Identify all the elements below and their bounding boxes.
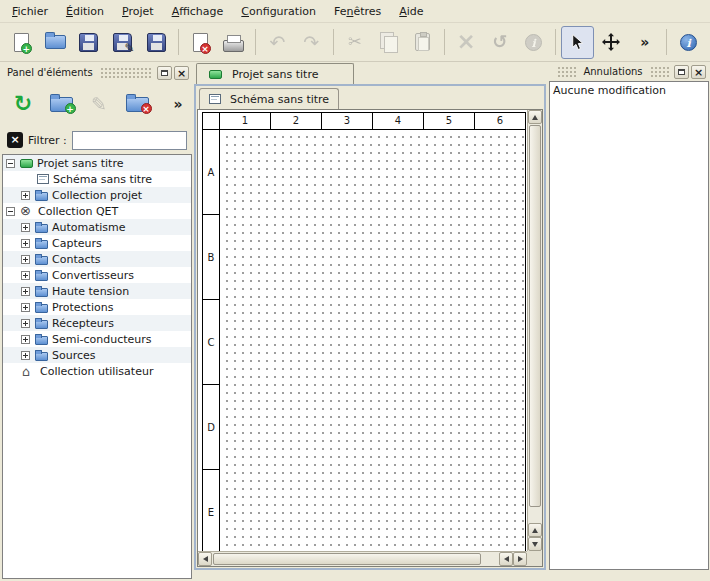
tree-item-convertisseurs[interactable]: Convertisseurs: [3, 267, 191, 283]
menu-configuration[interactable]: Configuration: [232, 2, 325, 21]
delete-element-button[interactable]: [120, 87, 154, 121]
scroll-up-button-bottom[interactable]: [528, 523, 542, 537]
filter-label: Filtrer :: [28, 134, 67, 147]
tab-schema-sans-titre[interactable]: Schéma sans titre: [199, 88, 339, 109]
expand-icon[interactable]: [21, 271, 30, 280]
diagram-canvas[interactable]: [220, 130, 525, 559]
tree-item-collection-utilisateur[interactable]: Collection utilisateur: [3, 363, 191, 379]
menu-fenetres[interactable]: Fenêtres: [325, 2, 390, 21]
tab-projet-sans-titre[interactable]: Projet sans titre: [196, 63, 354, 84]
dock-grip[interactable]: [100, 67, 152, 78]
rotate-icon: [492, 33, 507, 51]
elements-panel-title: Panel d'éléments: [5, 67, 95, 78]
menu-edition[interactable]: Édition: [57, 2, 113, 21]
tree-item-sources[interactable]: Sources: [3, 347, 191, 363]
undo-button[interactable]: [261, 26, 294, 59]
home-icon: [22, 365, 36, 378]
rotate-selection-button[interactable]: [484, 26, 517, 59]
horizontal-scrollbar[interactable]: [198, 551, 527, 566]
menu-projet[interactable]: Projet: [113, 2, 163, 21]
arrow-right-icon: [518, 556, 523, 562]
vertical-scrollbar[interactable]: [527, 110, 542, 551]
floppy-edit-icon: [113, 33, 132, 52]
new-element-button[interactable]: [44, 87, 78, 121]
scroll-right-button[interactable]: [513, 552, 527, 566]
about-qet-button[interactable]: i: [672, 26, 705, 59]
panel-overflow-button[interactable]: [168, 93, 188, 115]
selection-info-button[interactable]: i: [517, 26, 550, 59]
undo-panel-close-button[interactable]: [691, 65, 706, 79]
paste-button[interactable]: [406, 26, 439, 59]
copy-button[interactable]: [372, 26, 405, 59]
tree-item-collection-qet[interactable]: Collection QET: [3, 203, 191, 219]
toolbar-separator: [255, 29, 256, 55]
cut-button[interactable]: [339, 26, 372, 59]
redo-button[interactable]: [295, 26, 328, 59]
undo-panel-float-button[interactable]: [674, 65, 689, 79]
cut-icon: [348, 34, 361, 50]
expand-icon[interactable]: [21, 319, 30, 328]
menu-affichage[interactable]: Affichage: [163, 2, 233, 21]
column-header: 2: [271, 113, 322, 129]
clear-filter-icon: [7, 132, 23, 148]
reload-collections-button[interactable]: [6, 87, 40, 121]
row-header: B: [203, 215, 220, 300]
expand-icon[interactable]: [21, 335, 30, 344]
tree-item-schema-sans-titre[interactable]: Schéma sans titre: [3, 171, 191, 187]
collapse-icon[interactable]: [6, 207, 15, 216]
tree-item-label: Collection utilisateur: [40, 365, 153, 378]
new-project-button[interactable]: [5, 26, 38, 59]
elements-panel-close-button[interactable]: [174, 66, 189, 80]
tree-item-capteurs[interactable]: Capteurs: [3, 235, 191, 251]
save-all-button[interactable]: [140, 26, 173, 59]
tree-item-recepteurs[interactable]: Récepteurs: [3, 315, 191, 331]
clear-filter-button[interactable]: [7, 132, 23, 148]
diagram-body: ABCDE: [203, 130, 525, 559]
expand-icon[interactable]: [21, 239, 30, 248]
undo-panel: Annulations Aucune modification: [549, 62, 709, 570]
dock-grip[interactable]: [650, 66, 669, 77]
scroll-down-button[interactable]: [528, 537, 542, 551]
tree-item-collection-projet[interactable]: Collection projet: [3, 187, 191, 203]
expand-icon[interactable]: [21, 255, 30, 264]
scroll-up-button[interactable]: [528, 110, 542, 124]
folder-icon: [35, 304, 48, 313]
open-project-button[interactable]: [39, 26, 72, 59]
dock-grip[interactable]: [557, 66, 576, 77]
print-button[interactable]: [217, 26, 250, 59]
expand-icon[interactable]: [21, 351, 30, 360]
selection-mode-button[interactable]: [561, 26, 594, 59]
delete-selection-button[interactable]: [450, 26, 483, 59]
menu-fichier[interactable]: Fichier: [3, 2, 57, 21]
toolbar-overflow-button[interactable]: [628, 26, 661, 59]
edit-element-button[interactable]: [82, 87, 116, 121]
menu-aide[interactable]: Aide: [390, 2, 432, 21]
toolbar-separator: [666, 29, 667, 55]
pan-mode-button[interactable]: [595, 26, 628, 59]
info-blue-icon: i: [680, 34, 697, 51]
vertical-scroll-thumb[interactable]: [529, 125, 541, 507]
elements-panel-float-button[interactable]: [157, 66, 172, 80]
scroll-left-button-right[interactable]: [499, 552, 513, 566]
scroll-left-button[interactable]: [198, 552, 212, 566]
tree-item-projet-sans-titre[interactable]: Projet sans titre: [3, 155, 191, 171]
tree-item-semi-conducteurs[interactable]: Semi-conducteurs: [3, 331, 191, 347]
schema-tabbar: Schéma sans titre: [196, 86, 544, 109]
tree-item-automatisme[interactable]: Automatisme: [3, 219, 191, 235]
save-as-button[interactable]: [106, 26, 139, 59]
expand-icon[interactable]: [21, 287, 30, 296]
expand-icon[interactable]: [21, 191, 30, 200]
tree-item-haute-tension[interactable]: Haute tension: [3, 283, 191, 299]
qelectrotech-window: FichierÉditionProjetAffichageConfigurati…: [0, 0, 710, 581]
elements-panel-titlebar: Panel d'éléments: [2, 63, 192, 82]
tree-item-contacts[interactable]: Contacts: [3, 251, 191, 267]
expand-icon[interactable]: [21, 303, 30, 312]
save-button[interactable]: [72, 26, 105, 59]
close-project-button[interactable]: [184, 26, 217, 59]
filter-input[interactable]: [72, 131, 187, 150]
horizontal-scroll-thumb[interactable]: [213, 553, 481, 565]
arrow-left-icon: [203, 556, 208, 562]
tree-item-protections[interactable]: Protections: [3, 299, 191, 315]
collapse-icon[interactable]: [6, 159, 15, 168]
expand-icon[interactable]: [21, 223, 30, 232]
